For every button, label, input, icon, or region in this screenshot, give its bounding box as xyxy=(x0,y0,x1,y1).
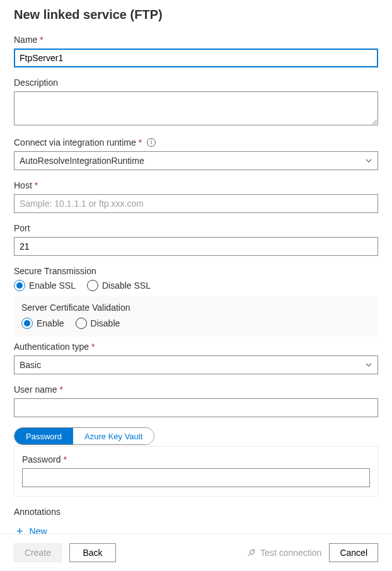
password-pill[interactable]: Password xyxy=(14,428,73,444)
name-input[interactable] xyxy=(14,49,378,67)
footer: Create Back Test connection Cancel xyxy=(0,534,392,571)
chevron-down-icon xyxy=(365,157,372,164)
host-label: Host* xyxy=(14,180,378,190)
chevron-down-icon xyxy=(365,361,372,369)
connection-icon xyxy=(246,548,257,558)
description-input[interactable] xyxy=(14,91,378,125)
test-connection-button[interactable]: Test connection xyxy=(246,548,321,558)
username-label: User name* xyxy=(14,384,378,395)
page-title: New linked service (FTP) xyxy=(14,8,378,22)
description-label: Description xyxy=(14,78,378,88)
akv-pill[interactable]: Azure Key Vault xyxy=(73,428,154,444)
cert-disable-radio[interactable]: Disable xyxy=(76,318,120,329)
cert-enable-radio[interactable]: Enable xyxy=(21,318,64,329)
runtime-label: Connect via integration runtime* i xyxy=(14,137,378,147)
password-source-toggle[interactable]: Password Azure Key Vault xyxy=(14,427,154,445)
port-label: Port xyxy=(14,223,378,233)
enable-ssl-radio[interactable]: Enable SSL xyxy=(14,280,76,291)
auth-label: Authentication type* xyxy=(14,342,378,352)
secure-label: Secure Transmission xyxy=(14,266,378,276)
name-label: Name* xyxy=(14,35,378,45)
cert-label: Server Certificate Validation xyxy=(21,303,371,313)
info-icon[interactable]: i xyxy=(147,138,156,147)
auth-select[interactable]: Basic xyxy=(14,355,378,374)
disable-ssl-radio[interactable]: Disable SSL xyxy=(87,280,151,291)
create-button[interactable]: Create xyxy=(14,543,62,562)
host-input[interactable] xyxy=(14,194,378,213)
port-input[interactable] xyxy=(14,237,378,256)
runtime-select[interactable]: AutoResolveIntegrationRuntime xyxy=(14,151,378,170)
password-input[interactable] xyxy=(22,468,370,487)
annotations-label: Annotations xyxy=(14,507,378,517)
password-label: Password* xyxy=(22,454,370,464)
back-button[interactable]: Back xyxy=(69,543,116,562)
cancel-button[interactable]: Cancel xyxy=(329,543,378,562)
username-input[interactable] xyxy=(14,398,378,417)
